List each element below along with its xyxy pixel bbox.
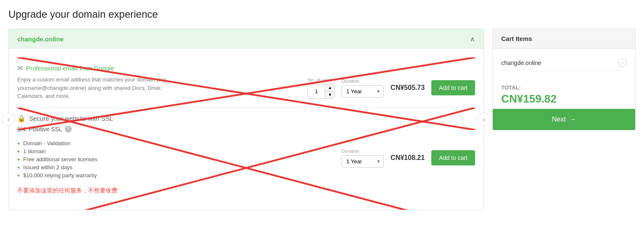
users-spinner[interactable]: ▲ ▼ — [307, 84, 335, 99]
domain-card: changde.online ∧ ✉ Professional email fr… — [8, 29, 484, 210]
email-duration-label: Duration — [342, 78, 384, 84]
page-title: Upgrade your domain experience — [8, 8, 636, 20]
email-add-to-cart-button[interactable]: Add to cart — [431, 80, 475, 95]
email-service-title[interactable]: Professional email from Google — [26, 65, 114, 72]
ssl-price: CN¥108.21 — [390, 154, 425, 162]
users-input[interactable] — [308, 86, 325, 97]
email-description: Enjoy a custom email address that matche… — [17, 76, 169, 100]
nav-arrow-right[interactable]: › — [477, 113, 491, 126]
total-amount: CN¥159.82 — [501, 92, 627, 106]
ssl-product-name: 1/4. Positive SSL — [17, 126, 62, 133]
domain-header: changde.online ∧ — [9, 29, 484, 49]
ssl-duration-label: Duration — [342, 149, 384, 154]
ssl-add-to-cart-button[interactable]: Add to cart — [431, 150, 475, 165]
ssl-feature-3: Free additional server licenses — [23, 156, 97, 162]
cart-item-row: changde.online × — [501, 55, 627, 71]
ssl-feature-5: $10,000 relying party warranty — [23, 172, 97, 179]
ssl-warning-text: 不要添加这里的任何服务，不然要收费 — [17, 187, 475, 195]
users-label: No. of users — [307, 77, 335, 82]
email-price: CN¥505.73 — [390, 84, 425, 92]
ssl-duration-select-wrapper[interactable]: 1 Year 2 Years 3 Years — [342, 155, 384, 168]
cart-panel: Cart Items changde.online × TOTAL: CN¥15… — [492, 29, 636, 130]
ssl-feature-2: 1 domain — [23, 148, 45, 154]
bullet-icon: ● — [17, 141, 20, 146]
email-service-section: ✉ Professional email from Google Enjoy a… — [17, 57, 475, 108]
users-increment[interactable]: ▲ — [325, 84, 334, 92]
ssl-duration-select[interactable]: 1 Year 2 Years 3 Years — [342, 155, 384, 168]
ssl-lock-icon: 🔒 — [17, 114, 26, 122]
ssl-feature-4: Issued within 2 days — [23, 164, 72, 170]
ssl-service-section: 🔒 Secure your website with SSL 1/4. Posi… — [17, 108, 475, 201]
email-icon: ✉ — [17, 64, 23, 72]
ssl-help-icon[interactable]: ? — [65, 126, 72, 133]
cart-header: Cart Items — [493, 29, 635, 49]
domain-name: changde.online — [17, 35, 64, 43]
total-label: TOTAL: — [501, 84, 627, 91]
email-duration-select[interactable]: 1 Year 2 Years 3 Years — [342, 85, 384, 97]
bullet-icon: ● — [17, 149, 20, 154]
cart-total-section: TOTAL: CN¥159.82 — [493, 78, 635, 109]
ssl-features: ● Domain - Validation ● 1 domain ● Free … — [17, 140, 97, 180]
cart-item-remove-button[interactable]: × — [618, 59, 627, 67]
ssl-feature-1: Domain - Validation — [23, 140, 70, 146]
nav-arrow-left[interactable]: ‹ — [2, 113, 15, 126]
bullet-icon: ● — [17, 173, 20, 178]
cart-item-name: changde.online — [501, 60, 541, 66]
collapse-icon[interactable]: ∧ — [470, 35, 475, 43]
next-button[interactable]: Next → — [493, 109, 635, 130]
bullet-icon: ● — [17, 165, 20, 170]
ssl-section-title: Secure your website with SSL — [29, 115, 113, 122]
users-decrement[interactable]: ▼ — [325, 92, 334, 98]
bullet-icon: ● — [17, 157, 20, 162]
email-duration-select-wrapper[interactable]: 1 Year 2 Years 3 Years — [342, 85, 384, 97]
cart-body: changde.online × — [493, 49, 635, 78]
domain-body: ✉ Professional email from Google Enjoy a… — [9, 49, 484, 210]
